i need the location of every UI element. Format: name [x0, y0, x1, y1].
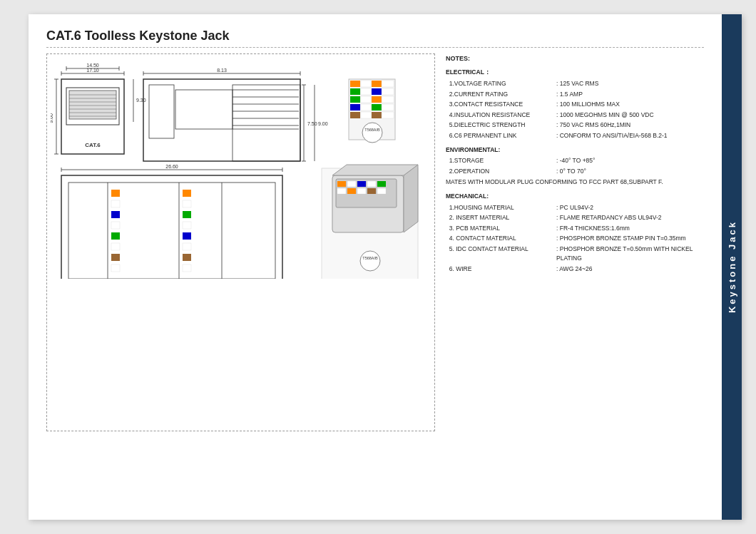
note-row: 4. CONTACT MATERIAL : PHOSPHOR BRONZE ST… [446, 234, 704, 244]
note-row: 2. INSERT MATERIAL : FLAME RETARDANCY AB… [446, 213, 704, 223]
svg-rect-70 [68, 183, 275, 279]
svg-rect-106 [367, 181, 376, 187]
svg-rect-60 [361, 104, 371, 111]
note-value: : PHOSPHOR BRONZE STAMP PIN T=0.35mm [556, 234, 704, 244]
svg-rect-65 [372, 112, 382, 118]
note-label: 2. INSERT MATERIAL [446, 213, 556, 223]
note-row: 1.STORAGE : -40° TO +85° [446, 156, 704, 166]
svg-rect-85 [183, 222, 191, 229]
main-area: CAT.6 17.10 14.50 [46, 53, 704, 495]
svg-rect-107 [377, 181, 386, 187]
svg-rect-62 [382, 104, 394, 111]
note-label: 4. CONTACT MATERIAL [446, 234, 556, 244]
note-row: 6. WIRE : AWG 24~26 [446, 265, 704, 274]
note-row: 4.INSULATION RESISTANCE : 1000 MEGOHMS M… [446, 111, 704, 120]
note-label: 5. IDC CONTACT MATERIAL [446, 245, 556, 264]
svg-rect-58 [382, 96, 394, 103]
note-value: : 0° TO 70° [556, 167, 704, 177]
diagram-area: CAT.6 17.10 14.50 [46, 53, 435, 431]
note-row: 3. PCB MATERIAL : FR-4 THICKNESS:1.6mm [446, 224, 704, 234]
note-value: : PC UL94V-2 [556, 203, 704, 213]
electrical-header: ELECTRICAL： [446, 68, 704, 78]
note-row: 6.C6 PERMANENT LINK : CONFORM TO ANSI/TI… [446, 131, 704, 141]
note-row: 2.CURRENT RATING : 1.5 AMP [446, 90, 704, 100]
svg-rect-53 [372, 88, 382, 95]
svg-rect-57 [372, 96, 382, 103]
svg-text:9.30: 9.30 [136, 98, 146, 103]
note-label: 1.HOUSING MATERIAL [446, 203, 556, 213]
svg-rect-78 [111, 232, 120, 240]
svg-rect-29 [233, 85, 300, 161]
svg-rect-82 [183, 190, 191, 197]
note-value: : -40° TO +85° [556, 156, 704, 166]
note-value: : PHOSPHOR BRONZE T=0.50mm WITH NICKEL P… [556, 245, 704, 264]
note-value: : 100 MILLIOHMS MAX [556, 100, 704, 110]
environmental-header: ENVIRONMENTAL: [446, 145, 704, 155]
svg-rect-54 [382, 88, 394, 95]
note-label: 4.INSULATION RESISTANCE [446, 111, 556, 120]
svg-rect-77 [111, 222, 120, 229]
notes-title: NOTES: [446, 53, 704, 63]
page-title: CAT.6 Toolless Keystone Jack [46, 29, 704, 48]
svg-rect-110 [357, 188, 366, 194]
note-label: 1.STORAGE [446, 156, 556, 166]
note-label: 2.OPERATION [446, 167, 556, 177]
svg-text:26.60: 26.60 [165, 164, 178, 169]
svg-rect-87 [183, 243, 191, 250]
svg-rect-74 [111, 190, 120, 197]
note-row: 5. IDC CONTACT MATERIAL : PHOSPHOR BRONZ… [446, 245, 704, 264]
svg-text:9.00: 9.00 [318, 121, 328, 126]
svg-rect-75 [111, 200, 120, 207]
svg-text:7.50: 7.50 [307, 121, 317, 126]
svg-text:14.50: 14.50 [86, 63, 99, 68]
svg-rect-20 [149, 85, 174, 138]
svg-rect-103 [337, 181, 346, 187]
note-row: 1.HOUSING MATERIAL : PC UL94V-2 [446, 203, 704, 213]
svg-rect-81 [111, 265, 120, 272]
note-value: : AWG 24~26 [556, 265, 704, 274]
note-value: : FR-4 THICKNESS:1.6mm [556, 224, 704, 234]
svg-rect-49 [372, 81, 382, 87]
svg-rect-86 [183, 232, 191, 240]
svg-rect-83 [183, 200, 191, 207]
svg-rect-105 [357, 181, 366, 187]
note-row-extra: MATES WITH MODULAR PLUG CONFORMING TO FC… [446, 178, 704, 188]
svg-rect-111 [367, 188, 376, 194]
svg-text:T568A/B: T568A/B [362, 256, 378, 260]
svg-rect-89 [183, 265, 191, 272]
svg-rect-104 [347, 181, 356, 187]
note-label: 5.DIELECTRIC STRENGTH [446, 120, 556, 130]
svg-text:9.60: 9.60 [51, 113, 53, 123]
svg-marker-115 [404, 165, 418, 232]
page-content: CAT.6 Toolless Keystone Jack [29, 14, 722, 520]
svg-rect-109 [347, 188, 356, 194]
note-row: 1.VOLTAGE RATING : 125 VAC RMS [446, 79, 704, 89]
note-row: 2.OPERATION : 0° TO 70° [446, 167, 704, 177]
svg-rect-59 [350, 104, 360, 111]
svg-point-67 [362, 123, 382, 143]
note-row: 3.CONTACT RESISTANCE : 100 MILLIOHMS MAX [446, 100, 704, 110]
note-value: : FLAME RETARDANCY ABS UL94V-2 [556, 213, 704, 223]
note-label: 2.CURRENT RATING [446, 90, 556, 100]
note-label: 6. WIRE [446, 265, 556, 274]
svg-rect-84 [183, 211, 191, 218]
svg-rect-80 [111, 254, 120, 261]
svg-rect-21 [175, 90, 233, 129]
svg-rect-61 [372, 104, 382, 111]
svg-rect-79 [111, 243, 120, 250]
notes-section: NOTES: ELECTRICAL： 1.VOLTAGE RATING : 12… [446, 53, 704, 495]
svg-point-113 [360, 251, 380, 271]
svg-rect-63 [350, 112, 360, 118]
technical-drawing: CAT.6 17.10 14.50 [51, 58, 429, 279]
svg-text:T568A/B: T568A/B [364, 128, 380, 132]
note-label: 1.VOLTAGE RATING [446, 79, 556, 89]
svg-rect-64 [361, 112, 371, 118]
svg-rect-55 [350, 96, 360, 103]
note-value: : 125 VAC RMS [556, 79, 704, 89]
svg-rect-47 [350, 81, 360, 87]
note-value: : 750 VAC RMS 60Hz,1MIN [556, 120, 704, 130]
svg-text:CAT.6: CAT.6 [85, 142, 101, 148]
svg-rect-19 [143, 79, 300, 161]
svg-rect-112 [377, 188, 386, 194]
note-label: 6.C6 PERMANENT LINK [446, 131, 556, 141]
